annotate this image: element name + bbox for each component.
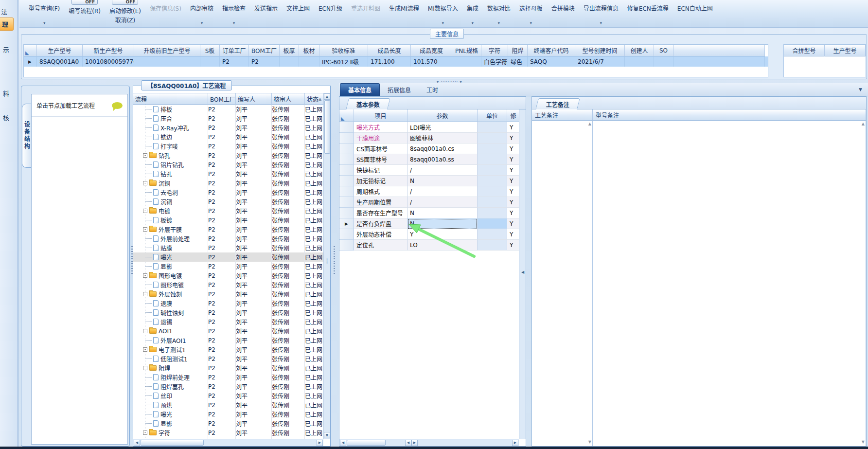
tree-row[interactable]: 曝光P2刘平张传刚已上网	[133, 252, 323, 262]
param-value-cell[interactable]: N	[407, 208, 478, 218]
select-all-cell[interactable]: ◣	[24, 45, 37, 56]
tree-row[interactable]: -字符P2刘平张传刚已上网	[133, 428, 323, 437]
scroll-right-icon[interactable]: ▶	[512, 440, 518, 446]
column-header[interactable]: 新生产型号	[83, 45, 134, 56]
tree-row[interactable]: 阻焊前处理P2刘平张传刚已上网	[133, 373, 323, 382]
expand-collapse-icon[interactable]: -	[143, 181, 147, 185]
param-row[interactable]: 外层动态补偿YY	[339, 229, 519, 240]
select-all-cell[interactable]: ◣	[339, 109, 354, 122]
toolbar-button[interactable]: 合拼模块	[547, 0, 579, 27]
param-value-cell[interactable]: /	[407, 197, 478, 208]
toolbar-button[interactable]: 指示检查▾	[218, 0, 250, 27]
param-row[interactable]: ▶是否有负焊盘NY	[339, 218, 519, 229]
tree-row[interactable]: 显影P2刘平张传刚已上网	[133, 419, 323, 428]
param-column-header[interactable]: 修	[507, 109, 519, 122]
toolbar-button[interactable]: MI数据导入▾	[424, 0, 462, 27]
tree-column-header[interactable]: 状态 ▲	[305, 93, 324, 105]
toolbar-button[interactable]: 内部审核▾	[186, 0, 218, 27]
param-row[interactable]: 定位孔LOY	[339, 240, 519, 251]
sidebar-tab-active[interactable]: 理	[0, 18, 14, 31]
scroll-left-icon[interactable]: ◀	[134, 440, 140, 446]
sidebar-item[interactable]: 核	[3, 113, 9, 122]
tree-row[interactable]: X-Ray冲孔P2刘平张传刚已上网	[133, 123, 323, 132]
column-header[interactable]: 生产型号	[37, 45, 83, 56]
param-column-header[interactable]: 单位	[478, 109, 507, 122]
tree-column-header[interactable]: BOM工厂	[208, 93, 236, 105]
toolbar-button[interactable]: 导出流程信息▾	[579, 0, 623, 27]
param-value-cell[interactable]: /	[407, 165, 478, 176]
process-flow-grid-header[interactable]: 流程BOM工厂编写人核审人状态 ▲	[133, 93, 323, 105]
collapse-left-icon[interactable]: ◀	[521, 270, 524, 274]
chevron-down-icon[interactable]: ▾	[201, 21, 203, 25]
toolbar-button[interactable]: 集成▾	[462, 0, 483, 27]
param-row[interactable]: SS面菲林号8saqq001a0.ssY	[339, 154, 519, 165]
tree-row[interactable]: -沉铜P2刘平张传刚已上网	[133, 179, 323, 188]
sidebar-tab[interactable]: 法	[1, 7, 7, 16]
toolbar-button[interactable]: 型号查询(F)▾	[24, 0, 64, 27]
expand-collapse-icon[interactable]: -	[143, 292, 147, 296]
vertical-splitter[interactable]	[332, 86, 337, 447]
scrollbar-splitter-dots[interactable]: •••	[326, 258, 328, 264]
param-value-cell[interactable]: LO	[407, 240, 478, 251]
chevron-down-icon[interactable]: ▾	[472, 21, 474, 25]
expand-collapse-icon[interactable]: -	[143, 431, 147, 435]
scroll-up-icon[interactable]: ▲	[588, 122, 591, 126]
expand-collapse-icon[interactable]: -	[143, 153, 147, 158]
tab-active[interactable]: 基本信息	[340, 83, 380, 96]
off-toggle[interactable]: OFF	[71, 0, 98, 5]
tree-row[interactable]: 丝印P2刘平张传刚已上网	[133, 391, 323, 400]
toolbar-button[interactable]: OFF启动修改(E)取消(Z)	[105, 0, 145, 27]
tree-row[interactable]: 排板P2刘平张传刚已上网	[133, 105, 323, 114]
tree-row[interactable]: 铝片钻孔P2刘平张传刚已上网	[133, 160, 323, 169]
expand-collapse-icon[interactable]: -	[143, 329, 147, 333]
scroll-down-icon[interactable]: ▼	[588, 440, 591, 444]
tree-row[interactable]: 外层前处理P2刘平张传刚已上网	[133, 234, 323, 243]
column-header[interactable]: 成品宽度	[411, 45, 452, 56]
chevron-down-icon[interactable]: ▾	[498, 21, 500, 25]
sidebar-item[interactable]: 料	[3, 89, 9, 98]
scroll-right-icon[interactable]: ▶	[411, 440, 418, 446]
param-value-cell[interactable]: N	[407, 176, 478, 186]
tree-row[interactable]: 打字唛P2刘平张传刚已上网	[133, 142, 323, 151]
tree-column-header[interactable]: 编写人	[236, 93, 272, 105]
column-header[interactable]: 终端客户代码	[528, 45, 575, 56]
tree-row[interactable]: 去毛刺P2刘平张传刚已上网	[133, 188, 323, 197]
toolbar-button[interactable]: 修复ECN丢流程	[623, 0, 673, 27]
param-value-cell[interactable]: 8saqq001a0.cs	[407, 144, 478, 154]
tree-row[interactable]: 阻焊塞孔P2刘平张传刚已上网	[133, 382, 323, 391]
column-header[interactable]: 型号创建时间	[575, 45, 625, 56]
scroll-left-icon[interactable]: ◀	[340, 440, 346, 446]
tree-row[interactable]: -钻孔P2刘平张传刚已上网	[133, 151, 323, 160]
param-column-header[interactable]: 参数	[407, 109, 478, 122]
tree-row[interactable]: 贴膜P2刘平张传刚已上网	[133, 243, 323, 252]
tree-row[interactable]: 预烘P2刘平张传刚已上网	[133, 400, 323, 410]
column-header[interactable]: 字符	[481, 45, 508, 56]
column-header[interactable]: SO	[654, 45, 673, 56]
scroll-up-icon[interactable]: ▲	[324, 93, 330, 100]
model-remarks-textarea[interactable]: ▲ ▼	[593, 121, 866, 446]
param-value-cell[interactable]: N	[407, 218, 478, 229]
chevron-down-icon[interactable]: ▾	[530, 21, 532, 25]
param-column-header[interactable]: 项目	[354, 109, 407, 122]
chevron-down-icon[interactable]: ▾	[600, 21, 602, 25]
tree-row[interactable]: 低阻测试1P2刘平张传刚已上网	[133, 354, 323, 363]
param-horizontal-scrollbar[interactable]: ◀ ◀ ▶ ▶	[339, 439, 519, 446]
column-header[interactable]: BOM工厂	[249, 45, 280, 56]
chevron-down-icon[interactable]: ▾	[43, 21, 45, 25]
tree-row[interactable]: 退锡P2刘平张传刚已上网	[133, 317, 323, 326]
column-header[interactable]: 合拼型号	[784, 45, 825, 56]
select-all-icon[interactable]: ◣	[25, 51, 29, 55]
tree-hscroll-thumb[interactable]	[141, 440, 204, 446]
sidebar-item[interactable]: 示	[3, 45, 9, 54]
param-hscroll-thumb[interactable]	[347, 440, 386, 446]
tab-inactive[interactable]: 工时	[419, 84, 446, 96]
toolbar-button[interactable]: ECN自动上网	[673, 0, 717, 27]
table-row[interactable]: ▶8SAQQ001A010010800059776P2P2IPC-6012 Ⅱ级…	[24, 56, 768, 67]
tree-row[interactable]: 沉铜P2刘平张传刚已上网	[133, 197, 323, 206]
tree-column-header[interactable]: 流程	[133, 93, 208, 105]
process-remarks-textarea[interactable]: ▲ ▼	[532, 121, 593, 446]
tree-row[interactable]: -阻焊P2刘平张传刚已上网	[133, 363, 323, 373]
tab-process-remarks[interactable]: 工艺备注	[535, 98, 580, 109]
tree-row[interactable]: 外层AOI1P2刘平张传刚已上网	[133, 336, 323, 345]
tree-horizontal-scrollbar[interactable]: ◀ ▶	[133, 439, 323, 446]
